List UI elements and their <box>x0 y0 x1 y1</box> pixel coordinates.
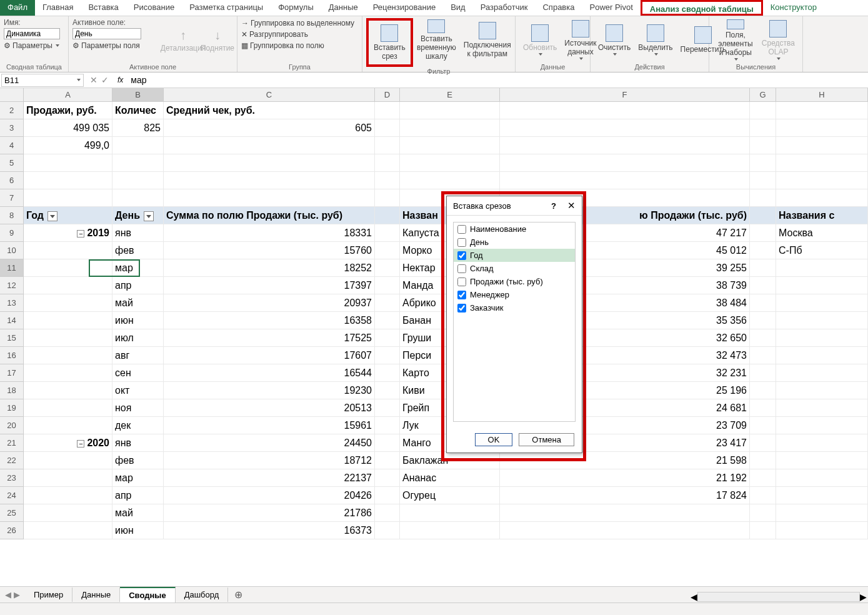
row-header-2[interactable]: 2 <box>0 102 24 119</box>
cell[interactable]: авг <box>112 347 164 364</box>
cell[interactable] <box>400 154 500 172</box>
cell[interactable] <box>112 154 164 172</box>
cell[interactable]: Средний чек, руб. <box>164 102 375 119</box>
cell[interactable] <box>24 172 112 189</box>
dialog-cancel-button[interactable]: Отмена <box>519 433 574 446</box>
insert-timeline-button[interactable]: Вставить временную шкалу <box>413 18 460 62</box>
tab-draw[interactable]: Рисование <box>126 0 182 16</box>
cell[interactable]: 17525 <box>164 329 375 347</box>
row-header-11[interactable]: 11 <box>0 259 24 277</box>
cell[interactable] <box>375 399 400 417</box>
tab-view[interactable]: Вид <box>443 0 473 16</box>
cell[interactable]: май <box>112 504 164 522</box>
cell[interactable] <box>24 294 112 312</box>
row-header-15[interactable]: 15 <box>0 329 24 347</box>
row-header-21[interactable]: 21 <box>0 434 24 452</box>
cell[interactable] <box>500 119 750 137</box>
cell[interactable] <box>375 487 400 504</box>
slicer-checkbox-4[interactable] <box>457 278 466 286</box>
cell[interactable] <box>112 189 164 207</box>
cell[interactable]: 20426 <box>164 487 375 504</box>
col-header-C[interactable]: C <box>164 88 375 102</box>
cell[interactable]: дек <box>112 417 164 434</box>
cell[interactable] <box>24 504 112 522</box>
cell[interactable] <box>776 504 868 522</box>
col-header-E[interactable]: E <box>400 88 500 102</box>
col-header-A[interactable]: A <box>24 88 112 102</box>
cell[interactable] <box>776 487 868 504</box>
ungroup-button[interactable]: ✕ Разгруппировать <box>241 29 358 39</box>
cancel-formula-icon[interactable]: ✕ <box>90 75 97 85</box>
row-header-19[interactable]: 19 <box>0 399 24 417</box>
cell[interactable] <box>375 154 400 172</box>
cell[interactable] <box>776 347 868 364</box>
cell[interactable] <box>776 102 868 119</box>
cell[interactable] <box>750 119 776 137</box>
cell[interactable] <box>776 522 868 539</box>
collapse-2019-button[interactable]: − <box>77 230 84 238</box>
name-box[interactable]: B11 <box>1 74 84 87</box>
row-header-9[interactable]: 9 <box>0 224 24 242</box>
cell[interactable] <box>112 137 164 154</box>
cell[interactable] <box>375 382 400 399</box>
cell[interactable] <box>375 347 400 364</box>
insert-slicer-button[interactable]: Вставить срез <box>370 21 409 64</box>
dialog-ok-button[interactable]: OK <box>475 433 513 446</box>
row-header-7[interactable]: 7 <box>0 189 24 207</box>
dialog-close-icon[interactable]: ✕ <box>567 200 576 211</box>
pivot-name-input[interactable] <box>4 28 60 39</box>
slicer-field-5[interactable]: Менеджер <box>454 288 575 301</box>
add-sheet-button[interactable]: ⊕ <box>228 589 249 601</box>
cell[interactable] <box>24 259 112 277</box>
tab-design[interactable]: Конструктор <box>763 0 824 16</box>
cell[interactable] <box>776 434 868 452</box>
cell[interactable] <box>776 259 868 277</box>
col-header-G[interactable]: G <box>750 88 776 102</box>
cell[interactable] <box>776 329 868 347</box>
row-header-5[interactable]: 5 <box>0 154 24 172</box>
cell[interactable] <box>400 504 500 522</box>
cell[interactable] <box>750 329 776 347</box>
slicer-checkbox-5[interactable] <box>457 291 466 299</box>
cell[interactable] <box>375 277 400 294</box>
cell[interactable]: С-Пб <box>776 242 868 259</box>
row-header-23[interactable]: 23 <box>0 469 24 487</box>
cell[interactable]: 18712 <box>164 452 375 469</box>
cell[interactable] <box>24 347 112 364</box>
cell[interactable] <box>776 452 868 469</box>
cell[interactable]: 18331 <box>164 224 375 242</box>
cell[interactable] <box>750 434 776 452</box>
cell[interactable] <box>750 207 776 224</box>
cell[interactable] <box>164 172 375 189</box>
cell[interactable]: апр <box>112 487 164 504</box>
cell[interactable] <box>750 189 776 207</box>
group-selection-button[interactable]: → Группировка по выделенному <box>241 18 358 28</box>
cell[interactable]: Ананас <box>400 469 500 487</box>
cell[interactable]: Москва <box>776 224 868 242</box>
row-header-20[interactable]: 20 <box>0 417 24 434</box>
row-header-6[interactable]: 6 <box>0 172 24 189</box>
cell[interactable]: июн <box>112 522 164 539</box>
cell[interactable]: Количес <box>112 102 164 119</box>
row-header-22[interactable]: 22 <box>0 452 24 469</box>
cell[interactable] <box>164 154 375 172</box>
cell[interactable] <box>375 172 400 189</box>
slicer-checkbox-0[interactable] <box>457 225 466 234</box>
cell[interactable]: окт <box>112 382 164 399</box>
group-field-button[interactable]: ▦ Группировка по полю <box>241 41 358 51</box>
slicer-field-3[interactable]: Склад <box>454 262 575 275</box>
filter-day-button[interactable] <box>144 211 154 221</box>
cell[interactable] <box>24 452 112 469</box>
cell[interactable] <box>400 102 500 119</box>
filter-year-button[interactable] <box>47 211 57 221</box>
row-header-12[interactable]: 12 <box>0 277 24 294</box>
tab-powerpivot[interactable]: Power Pivot <box>582 0 640 16</box>
slicer-field-6[interactable]: Заказчик <box>454 301 575 314</box>
cell[interactable] <box>112 172 164 189</box>
row-header-17[interactable]: 17 <box>0 364 24 382</box>
cell[interactable] <box>400 522 500 539</box>
sheet-nav-prev-icon[interactable]: ◀ <box>5 590 11 599</box>
cell[interactable]: сен <box>112 364 164 382</box>
slicer-field-4[interactable]: Продажи (тыс. руб) <box>454 275 575 288</box>
cell[interactable] <box>750 452 776 469</box>
